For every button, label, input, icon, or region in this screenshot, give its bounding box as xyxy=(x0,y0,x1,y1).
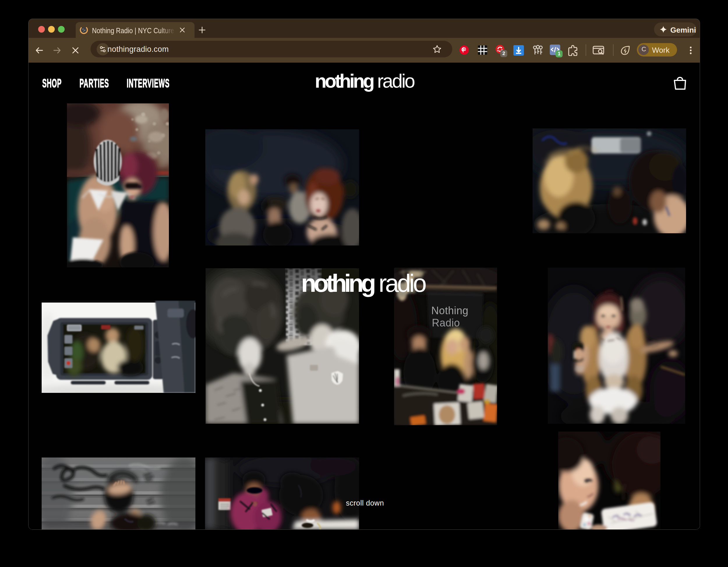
svg-text:Radio: Radio xyxy=(432,317,460,329)
svg-text:Nothing: Nothing xyxy=(431,305,469,317)
svg-text:2: 2 xyxy=(502,51,505,56)
svg-text:1: 1 xyxy=(558,51,560,56)
